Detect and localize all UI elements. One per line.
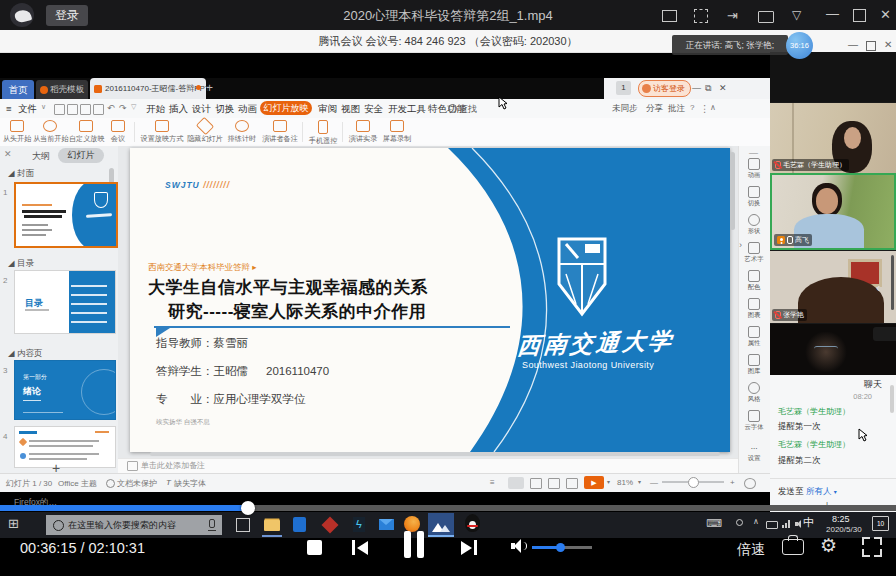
slides-tab-active[interactable]: 幻灯片 (58, 148, 104, 163)
sidebar-wordart[interactable]: 艺术字 (738, 242, 770, 264)
sidebar-settings[interactable]: ⋯设置 (738, 444, 770, 463)
slide-sorter-view-icon[interactable] (530, 478, 542, 489)
outline-tab[interactable]: 大纲 (32, 150, 50, 163)
slide-vertical-scrollbar[interactable] (730, 152, 735, 230)
progress-bar-played[interactable] (0, 505, 248, 511)
play-slideshow-button[interactable]: ▶ (584, 476, 604, 489)
mini-player-icon[interactable] (662, 10, 677, 22)
menu-dropdown-icon[interactable]: ▽ (792, 8, 801, 22)
hamburger-icon[interactable]: ≡ (6, 103, 12, 114)
battery-icon[interactable] (766, 521, 778, 529)
wps-close-icon[interactable]: ✕ (719, 83, 727, 93)
participant-video-empty[interactable] (770, 52, 896, 102)
panel-handle[interactable] (873, 327, 896, 341)
sidebar-cloud-fonts[interactable]: 云字体 (738, 410, 770, 432)
ribbon-phone-remote[interactable]: 手机遥控 (306, 119, 340, 146)
taskbar-search-box[interactable]: 在这里输入你要搜索的内容 (46, 515, 222, 535)
zoom-slider-handle[interactable] (688, 477, 699, 488)
notes-bar[interactable] (118, 458, 738, 474)
volume-icon[interactable] (511, 539, 525, 553)
print-icon[interactable] (80, 104, 91, 115)
sync-status[interactable]: 未同步 (612, 103, 638, 115)
sidebar-expand-chevron-icon[interactable]: › (739, 240, 742, 250)
video-app-active-tile[interactable] (428, 513, 454, 537)
zoom-dropdown-icon[interactable]: ▾ (638, 478, 641, 485)
pause-button[interactable] (404, 531, 411, 558)
zoom-level[interactable]: 81% (617, 478, 633, 487)
reading-view-icon[interactable] (548, 478, 560, 489)
mail-icon[interactable] (379, 519, 394, 530)
store-icon[interactable] (293, 517, 306, 532)
undo-icon[interactable]: ↶ (107, 103, 115, 113)
menu-view[interactable]: 视图 (341, 103, 360, 116)
qq-icon[interactable] (465, 514, 480, 532)
ribbon-setup-show[interactable]: 设置放映方式 (138, 119, 186, 144)
group-cover[interactable]: ◢ 封面 (8, 168, 34, 180)
search-icon[interactable] (448, 104, 457, 113)
menu-slideshow-active[interactable]: 幻灯片放映 (260, 101, 312, 115)
start-button-icon[interactable]: ⊞ (8, 516, 19, 531)
group-content[interactable]: ◢ 内容页 (8, 348, 42, 360)
slide-thumb-2[interactable]: 目录 (14, 270, 116, 334)
sidebar-animation[interactable]: 动画 (738, 158, 770, 180)
ribbon-speaker-notes[interactable]: 演讲者备注 (260, 119, 300, 144)
player-close-icon[interactable]: ✕ (880, 7, 891, 22)
more-icon[interactable]: ⋮ (700, 103, 710, 114)
save-icon[interactable] (54, 104, 65, 115)
chat-title[interactable]: 聊天 (864, 378, 882, 391)
pause-button[interactable] (417, 531, 424, 558)
lightning-app-icon[interactable]: ϟ (353, 517, 365, 532)
ribbon-from-beginning[interactable]: 从头开始 (2, 119, 32, 144)
sidebar-properties[interactable]: 属性 (738, 326, 770, 348)
notes-placeholder[interactable]: 单击此处添加备注 (141, 460, 205, 471)
people-icon[interactable] (736, 519, 743, 526)
sidebar-style[interactable]: 风格 (738, 382, 770, 404)
slide-horizontal-scrollbar[interactable] (150, 452, 720, 456)
touch-keyboard-icon[interactable]: ⌨ (706, 517, 722, 530)
comment-button[interactable]: 批注 (668, 103, 685, 115)
slide-thumb-3[interactable]: 第一部分 绪论 (14, 360, 116, 420)
menu-review[interactable]: 审阅 (318, 103, 337, 116)
playback-speed-button[interactable]: 倍速 (737, 541, 765, 559)
collapse-panel-chevron-icon[interactable]: ‹ (876, 280, 880, 295)
previous-button[interactable] (352, 540, 368, 555)
meeting-minimize-icon[interactable]: — (848, 39, 858, 50)
player-minimize-icon[interactable]: — (826, 6, 839, 21)
progress-bar-remaining[interactable] (248, 505, 896, 511)
ribbon-record-show[interactable]: 演讲实录 (346, 119, 380, 144)
task-view-icon[interactable] (236, 518, 250, 532)
file-explorer-icon[interactable] (264, 520, 280, 531)
group-toc[interactable]: ◢ 目录 (8, 258, 34, 270)
network-icon[interactable] (782, 520, 791, 528)
more-tools-icon[interactable]: ▽ (131, 103, 136, 111)
menu-search[interactable]: 查找 (459, 103, 477, 116)
guest-login-pill[interactable]: 访客登录 (638, 80, 691, 97)
tray-expand-icon[interactable]: ∧ (753, 517, 759, 526)
new-tab-button[interactable]: + (206, 81, 213, 95)
slide-thumb-1[interactable] (14, 182, 118, 248)
ribbon-from-current[interactable]: 从当前开始 (32, 119, 68, 144)
ime-indicator[interactable]: 中 (803, 515, 814, 530)
output-icon[interactable] (67, 104, 78, 115)
menu-security[interactable]: 安全 (364, 103, 383, 116)
sidebar-shapes[interactable]: 形状 (738, 214, 770, 236)
next-button[interactable] (461, 540, 477, 555)
sidebar-collapse-icon[interactable]: — (749, 148, 758, 158)
sidebar-chart[interactable]: 图表 (738, 298, 770, 320)
fit-slide-icon[interactable] (744, 478, 756, 489)
ribbon-custom-show[interactable]: 自定义放映 (68, 119, 104, 144)
share-button[interactable]: 分享 (646, 103, 663, 115)
ribbon-hide-slide[interactable]: 隐藏幻灯片 (186, 119, 224, 144)
boss-key-icon[interactable]: ⇥ (727, 8, 738, 23)
recipient-dropdown-icon[interactable]: ▾ (834, 489, 837, 495)
redo-icon[interactable]: ↷ (119, 103, 127, 113)
ribbon-rehearse[interactable]: 排练计时 (224, 119, 260, 144)
volume-tray-icon[interactable] (795, 520, 803, 528)
menu-devtools[interactable]: 开发工具 (388, 103, 426, 116)
sidebar-transition[interactable]: 切换 (738, 186, 770, 208)
clock-time[interactable]: 8:25 (832, 514, 850, 524)
wps-minimize-icon[interactable]: — (692, 83, 701, 93)
status-fonts-warning[interactable]: 缺失字体 (174, 478, 206, 489)
firefox-icon[interactable] (404, 516, 420, 532)
preview-icon[interactable] (93, 104, 104, 115)
